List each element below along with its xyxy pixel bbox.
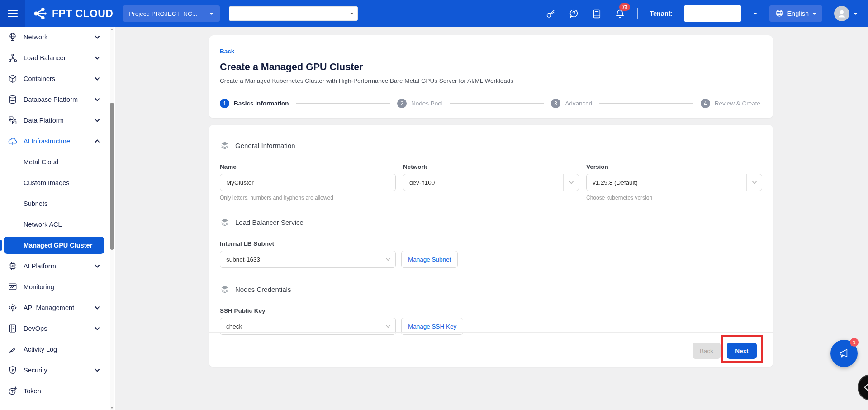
- sidebar-item-metal-cloud[interactable]: Metal Cloud: [0, 153, 115, 171]
- sidebar-item-devops[interactable]: DevOps: [0, 320, 115, 337]
- section-title: Nodes Credentials: [235, 286, 291, 293]
- notifications-bell-icon[interactable]: 73: [614, 8, 626, 19]
- chevron-down-icon: [853, 12, 858, 15]
- sidebar-item-label: Database Platform: [24, 96, 78, 103]
- step-review-create[interactable]: 4Review & Create: [701, 99, 760, 108]
- manage-subnet-button[interactable]: Manage Subnet: [401, 251, 458, 268]
- activity-log-icon: [8, 344, 18, 354]
- project-selector-label: Project: PROJECT_NC...: [129, 10, 197, 17]
- globe-icon: [775, 9, 784, 19]
- chevron-down-icon: [350, 12, 354, 15]
- scroll-down-arrow[interactable]: ▼: [110, 406, 114, 410]
- main-content: Back Create a Managed GPU Cluster Create…: [116, 27, 868, 410]
- project-selector[interactable]: Project: PROJECT_NC...: [123, 5, 220, 22]
- section-divider: [220, 300, 762, 300]
- sidebar-item-label: Subnets: [24, 200, 47, 207]
- monitoring-icon: [8, 282, 18, 292]
- sidebar-item-security[interactable]: Security: [0, 362, 115, 379]
- sidebar-item-containers[interactable]: Containers: [0, 70, 115, 87]
- section-nodes-credentials: Nodes Credentials: [220, 268, 762, 294]
- ai-infrastructure-icon: [8, 136, 18, 146]
- layers-icon: [220, 284, 230, 294]
- sidebar-item-ai-infrastructure[interactable]: AI Infrastructure: [0, 133, 115, 150]
- wizard-back-button[interactable]: Back: [693, 343, 721, 359]
- sidebar-item-label: Managed GPU Cluster: [24, 242, 92, 249]
- sidebar-item-custom-images[interactable]: Custom Images: [0, 174, 115, 191]
- announcements-fab[interactable]: 1: [830, 340, 858, 367]
- step-label: Review & Create: [715, 100, 760, 107]
- annotation-highlight: Next: [727, 343, 757, 359]
- network-select-value: dev-h100: [409, 179, 560, 186]
- version-select-value: v1.29.8 (Default): [593, 179, 743, 186]
- sidebar-item-label: AI Infrastructure: [24, 138, 70, 145]
- sidebar-item-activity-log[interactable]: Activity Log: [0, 341, 115, 358]
- load-balancer-icon: [8, 53, 18, 63]
- sidebar-scrollbar-thumb[interactable]: [110, 103, 114, 250]
- sidebar-item-api-management[interactable]: API Management: [0, 299, 115, 316]
- wizard-next-button[interactable]: Next: [727, 343, 757, 359]
- hamburger-menu-button[interactable]: [0, 0, 25, 27]
- version-helper-text: Choose kubernetes version: [586, 195, 762, 201]
- footer-divider: [209, 332, 773, 333]
- sidebar-item-label: Network ACL: [24, 221, 62, 228]
- chevron-down-icon: [95, 35, 100, 39]
- brand-logo[interactable]: FPT CLOUD: [33, 6, 113, 21]
- sidebar-item-monitoring[interactable]: Monitoring: [0, 278, 115, 296]
- ssh-select-value: check: [226, 323, 376, 330]
- sidebar-item-database-platform[interactable]: Database Platform: [0, 91, 115, 108]
- step-advanced[interactable]: 3Advanced: [551, 99, 592, 108]
- cluster-name-input[interactable]: [220, 174, 396, 191]
- sidebar-item-ai-platform[interactable]: AI AI Platform: [0, 257, 115, 275]
- sidebar-item-token[interactable]: Token: [0, 382, 115, 400]
- brand-text: FPT CLOUD: [52, 8, 113, 20]
- layers-icon: [220, 217, 230, 227]
- step-number: 1: [220, 99, 229, 108]
- sidebar-item-label: Containers: [24, 75, 55, 82]
- devops-icon: [8, 324, 18, 334]
- tenant-input[interactable]: [684, 5, 741, 22]
- user-menu[interactable]: [834, 6, 858, 21]
- internal-lb-subnet-select[interactable]: subnet-1633: [220, 251, 396, 268]
- section-load-balancer: Load Balancer Service: [220, 201, 762, 227]
- sidebar-item-managed-gpu-cluster[interactable]: Managed GPU Cluster: [4, 237, 104, 254]
- api-key-icon[interactable]: [545, 8, 556, 19]
- sidebar-item-network[interactable]: Network: [0, 29, 115, 46]
- scroll-up-arrow[interactable]: ▲: [110, 28, 114, 31]
- section-divider: [220, 156, 762, 156]
- docs-icon[interactable]: [591, 8, 602, 19]
- network-select[interactable]: dev-h100: [403, 174, 579, 191]
- step-label: Advanced: [565, 100, 592, 107]
- chevron-left-icon: [863, 383, 868, 391]
- step-basics-information[interactable]: 1Basics Information: [220, 99, 289, 108]
- language-selector[interactable]: English: [769, 5, 822, 22]
- chevron-down-icon: [746, 174, 762, 191]
- version-select[interactable]: v1.29.8 (Default): [586, 174, 762, 191]
- database-icon: [8, 95, 18, 105]
- avatar-icon: [834, 6, 849, 21]
- navbar-divider: [637, 8, 638, 19]
- tenant-label: Tenant:: [650, 10, 673, 17]
- step-label: Basics Information: [234, 100, 289, 107]
- back-link[interactable]: Back: [220, 48, 234, 55]
- step-number: 3: [551, 99, 560, 108]
- tenant-dropdown-caret[interactable]: [753, 12, 758, 15]
- sidebar-item-subnets[interactable]: Subnets: [0, 195, 115, 212]
- sidebar-item-label: DevOps: [24, 325, 47, 332]
- chevron-down-icon: [209, 12, 214, 15]
- language-label: English: [787, 10, 809, 17]
- subnet-select-value: subnet-1633: [226, 256, 376, 263]
- search-dropdown-caret[interactable]: [346, 7, 357, 20]
- sidebar-item-label: Custom Images: [24, 179, 70, 186]
- step-nodes-pool[interactable]: 2Nodes Pool: [397, 99, 443, 108]
- search-input[interactable]: [229, 7, 346, 20]
- sidebar-item-label: Metal Cloud: [24, 158, 58, 166]
- sidebar-item-data-platform[interactable]: Data Platform: [0, 112, 115, 129]
- help-chat-icon[interactable]: [568, 8, 579, 19]
- megaphone-icon: [838, 347, 850, 360]
- notification-count-badge: 73: [619, 3, 630, 11]
- sidebar-item-network-acl[interactable]: Network ACL: [0, 216, 115, 233]
- sidebar-item-load-balancer[interactable]: Load Balancer: [0, 49, 115, 67]
- chevron-down-icon: [95, 264, 100, 268]
- chevron-down-icon: [95, 119, 100, 122]
- section-title: Load Balancer Service: [235, 219, 304, 226]
